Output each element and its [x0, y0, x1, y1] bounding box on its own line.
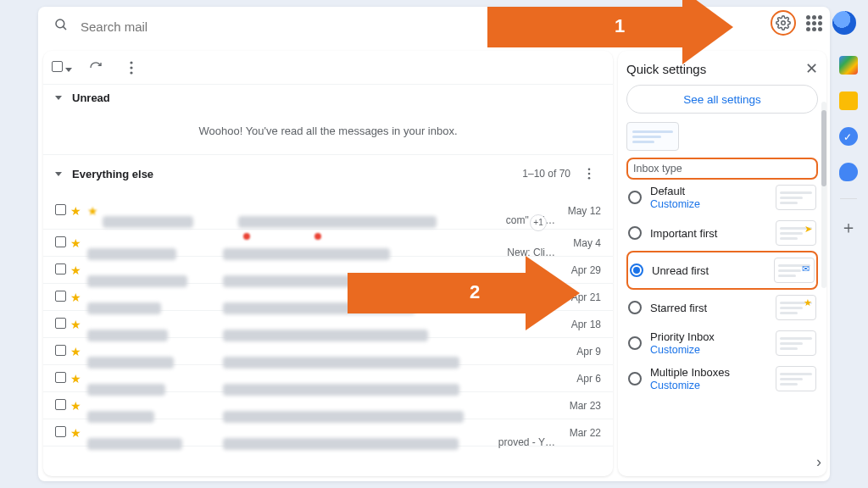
star-icon[interactable]: ★	[70, 426, 87, 440]
option-label: Starred first	[650, 302, 767, 314]
unread-empty-message: Woohoo! You've read all the messages in …	[43, 111, 613, 155]
option-thumbnail	[776, 366, 816, 391]
quick-settings-title: Quick settings	[626, 62, 805, 76]
star-icon[interactable]: ★	[70, 236, 87, 250]
star-icon[interactable]: ★	[70, 318, 87, 331]
radio-icon[interactable]	[628, 191, 642, 204]
svg-point-0	[56, 19, 64, 28]
close-icon[interactable]: ✕	[805, 59, 818, 78]
section-more-icon[interactable]	[577, 162, 601, 186]
table-row[interactable]: ★Mar 23	[43, 392, 613, 419]
svg-point-6	[588, 173, 591, 175]
row-checkbox[interactable]	[55, 236, 70, 250]
radio-icon[interactable]	[630, 263, 643, 277]
option-label: Priority InboxCustomize	[650, 330, 767, 356]
svg-point-5	[588, 168, 591, 170]
star-icon[interactable]: ★	[70, 345, 87, 358]
row-date: May 12	[555, 205, 601, 217]
radio-icon[interactable]	[628, 301, 642, 314]
table-row[interactable]: ★Apr 21	[43, 284, 613, 311]
row-checkbox[interactable]	[55, 204, 70, 218]
svg-point-2	[130, 61, 132, 64]
star-icon[interactable]: ★	[70, 263, 87, 277]
option-thumbnail	[776, 185, 816, 210]
table-row[interactable]: ★★com" - H…+1May 12	[43, 192, 613, 230]
search-icon	[53, 17, 69, 36]
customize-link[interactable]: Customize	[650, 380, 767, 391]
svg-point-7	[588, 177, 591, 180]
row-date: Mar 23	[555, 400, 601, 412]
star-icon[interactable]: ★	[70, 204, 87, 218]
customize-link[interactable]: Customize	[650, 198, 767, 210]
svg-point-4	[130, 71, 132, 74]
see-all-settings-button[interactable]: See all settings	[626, 85, 818, 114]
add-icon[interactable]: ＋	[840, 216, 857, 239]
section-title: Everything else	[72, 168, 522, 180]
calendar-icon[interactable]	[839, 56, 858, 75]
option-thumbnail: ★	[776, 295, 816, 320]
star-icon[interactable]: ★	[70, 291, 87, 304]
table-row[interactable]: ★Apr 9	[43, 338, 613, 365]
refresh-icon[interactable]	[84, 56, 108, 80]
inbox-type-label: Inbox type	[626, 158, 818, 180]
side-panel-rail: ✓ ＋	[836, 56, 861, 239]
table-row[interactable]: ★Apr 6	[43, 365, 613, 392]
section-everything-else[interactable]: Everything else 1–10 of 70	[43, 155, 613, 192]
table-row[interactable]: ★Apr 18	[43, 311, 613, 338]
row-checkbox[interactable]	[55, 399, 70, 413]
avatar[interactable]	[832, 11, 856, 35]
table-row[interactable]: ★proved - Y…Mar 22	[43, 419, 613, 446]
row-date: Mar 22	[555, 427, 601, 439]
section-count: 1–10 of 70	[522, 168, 570, 180]
option-thumbnail: ➤	[776, 220, 816, 246]
more-icon[interactable]	[120, 56, 143, 80]
row-date: Apr 9	[555, 346, 601, 358]
option-label: DefaultCustomize	[650, 185, 767, 210]
inbox-type-option-unread-first[interactable]: Unread first✉	[626, 251, 818, 290]
radio-icon[interactable]	[628, 372, 642, 385]
option-thumbnail: ✉	[774, 258, 815, 283]
radio-icon[interactable]	[628, 226, 642, 240]
table-row[interactable]: ★New: Cli…May 4	[43, 230, 613, 257]
row-checkbox[interactable]	[55, 372, 70, 385]
star-icon[interactable]: ★	[70, 372, 87, 385]
chevron-right-icon[interactable]: ›	[816, 453, 821, 471]
search-input[interactable]	[81, 19, 815, 34]
svg-line-1	[63, 26, 66, 30]
svg-point-8	[782, 21, 786, 25]
chevron-down-icon	[55, 172, 62, 176]
row-checkbox[interactable]	[55, 318, 70, 331]
inbox-type-option-multiple-inboxes[interactable]: Multiple InboxesCustomize	[626, 361, 818, 396]
radio-icon[interactable]	[628, 336, 642, 350]
inbox-type-option-priority-inbox[interactable]: Priority InboxCustomize	[626, 325, 818, 361]
quick-settings-panel: Quick settings ✕ See all settings Inbox …	[618, 51, 826, 476]
inbox-pane: Unread Woohoo! You've read all the messa…	[43, 51, 613, 476]
inbox-type-option-starred-first[interactable]: Starred first★	[626, 290, 818, 325]
row-checkbox[interactable]	[55, 291, 70, 304]
row-checkbox[interactable]	[55, 263, 70, 277]
option-label: Multiple InboxesCustomize	[650, 366, 767, 391]
row-date: Apr 18	[555, 319, 601, 330]
inbox-type-option-default[interactable]: DefaultCustomize	[626, 180, 818, 215]
row-checkbox[interactable]	[55, 345, 70, 358]
option-label: Unread first	[652, 264, 765, 277]
rail-divider	[840, 198, 857, 199]
keep-icon[interactable]	[839, 92, 858, 110]
row-checkbox[interactable]	[55, 426, 70, 440]
section-unread[interactable]: Unread	[43, 85, 613, 111]
svg-point-3	[130, 66, 132, 69]
table-row[interactable]: ★Apr 29	[43, 257, 613, 284]
contacts-icon[interactable]	[839, 163, 858, 181]
customize-link[interactable]: Customize	[650, 344, 767, 356]
select-all-checkbox[interactable]	[52, 60, 72, 75]
apps-icon[interactable]	[806, 15, 822, 31]
tasks-icon[interactable]: ✓	[839, 127, 858, 146]
star-icon[interactable]: ★	[70, 399, 87, 413]
chevron-down-icon	[55, 96, 62, 100]
density-thumbnail	[626, 122, 679, 151]
gear-icon[interactable]	[771, 10, 796, 36]
settings-scrollbar[interactable]	[821, 102, 826, 288]
inbox-type-option-important-first[interactable]: Important first➤	[626, 215, 818, 251]
row-date: Apr 21	[555, 291, 601, 303]
option-thumbnail	[776, 330, 816, 356]
